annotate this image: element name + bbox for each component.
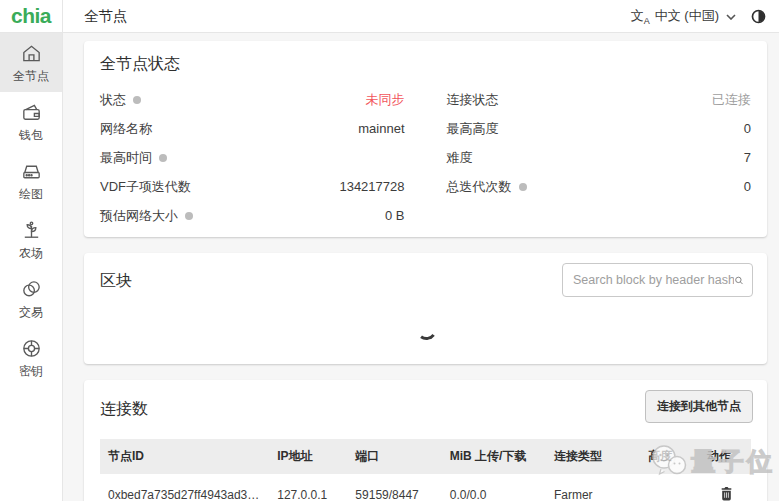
- cell-type: Farmer: [546, 474, 640, 501]
- column-header-type: 连接类型: [546, 439, 640, 474]
- sidebar-item-label: 农场: [19, 245, 43, 262]
- full-node-status-card: 全节点状态 状态 未同步 网络名称 mainnet 最高时间 VDF子项迭代数 …: [84, 41, 767, 237]
- info-icon[interactable]: [185, 212, 193, 220]
- info-icon[interactable]: [519, 183, 527, 191]
- column-header-mib: MiB 上传/下载: [442, 439, 546, 474]
- language-selector[interactable]: 中文 (中国): [655, 7, 719, 25]
- connect-other-peers-button[interactable]: 连接到其他节点: [645, 390, 753, 423]
- cell-ip: 127.0.0.1: [269, 474, 347, 501]
- connections-table: 节点ID IP地址 端口 MiB 上传/下载 连接类型 高度 动作 0xbed7…: [100, 439, 751, 501]
- status-card-title: 全节点状态: [100, 54, 751, 75]
- connection-row: 0xbed7a735d27ff4943ad3150f88b6… 127.0.0.…: [100, 474, 751, 501]
- theme-toggle-icon[interactable]: [750, 8, 767, 25]
- sidebar: 全节点 钱包 绘图 农场 交易 密钥: [0, 33, 63, 501]
- keys-wheel-icon: [20, 337, 43, 360]
- blocks-card: 区块: [84, 253, 767, 364]
- sidebar-item-label: 全节点: [13, 68, 49, 85]
- status-value: 0: [744, 121, 751, 136]
- status-row-network-name: 网络名称 mainnet: [100, 114, 405, 143]
- sidebar-item-keys[interactable]: 密钥: [0, 328, 62, 387]
- cell-mib: 0.0/0.0: [442, 474, 546, 501]
- connections-card: 连接数 连接到其他节点 节点ID IP地址 端口 MiB 上传/下载 连接类型 …: [84, 380, 767, 501]
- sidebar-item-farm[interactable]: 农场: [0, 210, 62, 269]
- status-row-peak-height: 最高高度 0: [447, 114, 752, 143]
- sidebar-item-wallet[interactable]: 钱包: [0, 92, 62, 151]
- block-search-box: [562, 263, 753, 297]
- sidebar-item-full-node[interactable]: 全节点: [0, 33, 62, 92]
- info-icon[interactable]: [133, 96, 141, 104]
- status-value: 0 B: [385, 208, 405, 223]
- info-icon[interactable]: [159, 154, 167, 162]
- status-value: 0: [744, 179, 751, 194]
- status-row-peak-time: 最高时间: [100, 143, 405, 172]
- search-icon[interactable]: [734, 273, 744, 288]
- blocks-card-title: 区块: [100, 263, 132, 292]
- status-row-difficulty: 难度 7: [447, 143, 752, 172]
- sidebar-item-label: 交易: [19, 304, 43, 321]
- chevron-down-icon[interactable]: [726, 14, 736, 20]
- connections-card-title: 连接数: [100, 390, 148, 420]
- page-title: 全节点: [84, 7, 631, 26]
- trade-circles-icon: [20, 278, 43, 301]
- connections-table-header-row: 节点ID IP地址 端口 MiB 上传/下载 连接类型 高度 动作: [100, 439, 751, 474]
- status-row-network-size: 预估网络大小 0 B: [100, 201, 405, 230]
- status-value: mainnet: [358, 121, 404, 136]
- main-content: 全节点状态 状态 未同步 网络名称 mainnet 最高时间 VDF子项迭代数 …: [63, 33, 779, 501]
- status-grid: 状态 未同步 网络名称 mainnet 最高时间 VDF子项迭代数 134217…: [100, 85, 751, 230]
- sidebar-item-plots[interactable]: 绘图: [0, 151, 62, 210]
- block-search-input[interactable]: [573, 273, 734, 287]
- status-column-right: 连接状态 已连接 最高高度 0 难度 7 总迭代次数 0: [447, 85, 752, 230]
- sidebar-item-trade[interactable]: 交易: [0, 269, 62, 328]
- loading-spinner: [415, 318, 439, 342]
- status-row-state: 状态 未同步: [100, 85, 405, 114]
- delete-connection-icon[interactable]: [720, 486, 733, 501]
- cell-node-id: 0xbed7a735d27ff4943ad3150f88b6…: [100, 474, 269, 501]
- cell-height: [640, 474, 699, 501]
- top-bar: chia 全节点 文A 中文 (中国): [0, 0, 779, 33]
- column-header-node-id: 节点ID: [100, 439, 269, 474]
- cell-ports: 59159/8447: [347, 474, 441, 501]
- status-value: 未同步: [366, 91, 405, 109]
- translate-icon: 文A: [631, 7, 650, 26]
- status-value: 134217728: [339, 179, 404, 194]
- status-column-left: 状态 未同步 网络名称 mainnet 最高时间 VDF子项迭代数 134217…: [100, 85, 405, 230]
- status-row-connection-status: 连接状态 已连接: [447, 85, 752, 114]
- sidebar-item-label: 密钥: [19, 363, 43, 380]
- full-node-home-icon: [20, 42, 43, 65]
- sidebar-item-label: 绘图: [19, 186, 43, 203]
- sidebar-item-label: 钱包: [19, 127, 43, 144]
- column-header-height: 高度: [640, 439, 699, 474]
- column-header-actions: 动作: [699, 439, 751, 474]
- chia-logo: chia: [0, 0, 63, 32]
- column-header-ports: 端口: [347, 439, 441, 474]
- plots-drive-icon: [20, 160, 43, 183]
- status-row-vdf-iterations: VDF子项迭代数 134217728: [100, 172, 405, 201]
- topbar-controls: 文A 中文 (中国): [631, 7, 779, 26]
- status-value: 已连接: [712, 91, 751, 109]
- wallet-icon: [20, 101, 43, 124]
- status-row-total-iterations: 总迭代次数 0: [447, 172, 752, 201]
- column-header-ip: IP地址: [269, 439, 347, 474]
- status-value: 7: [744, 150, 751, 165]
- farm-plant-icon: [20, 219, 43, 242]
